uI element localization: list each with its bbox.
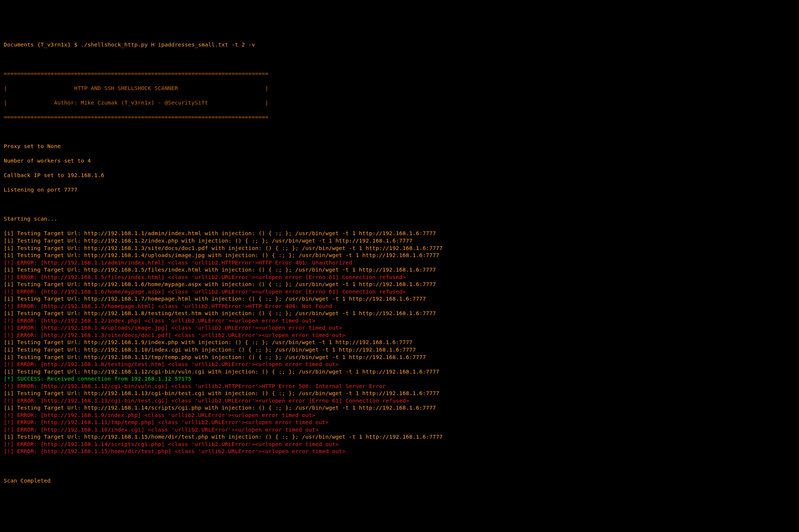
error-line: [!] ERROR: [http://192.168.1.9/index.php… bbox=[4, 411, 795, 419]
setup-line: Proxy set to None bbox=[4, 142, 795, 150]
info-line: [i] Testing Target Url: http://192.168.1… bbox=[4, 353, 795, 361]
info-line: [i] Testing Target Url: http://192.168.1… bbox=[4, 251, 795, 259]
info-line: [i] Testing Target Url: http://192.168.1… bbox=[4, 390, 795, 397]
blank-line bbox=[4, 462, 795, 469]
setup-line: Number of workers set to 4 bbox=[4, 157, 795, 164]
error-line: [!] ERROR: [http://192.168.1.8/testing/t… bbox=[4, 360, 795, 368]
info-line: [i] Testing Target Url: http://192.168.1… bbox=[4, 266, 795, 273]
setup-line: Listening on port 7777 bbox=[4, 186, 795, 193]
banner-sep: ========================================… bbox=[4, 113, 795, 121]
error-line: [!] ERROR: [http://192.168.1.12/cgi-bin/… bbox=[4, 382, 795, 390]
blank-line bbox=[4, 201, 795, 208]
banner-title: | HTTP AND SSH SHELLSHOCK SCANNER | bbox=[4, 84, 795, 92]
prompt-line: Documents {T_v3rn1x} $ ./shellshock_http… bbox=[4, 41, 795, 48]
info-line: [i] Testing Target Url: http://192.168.1… bbox=[4, 295, 795, 302]
info-line: [i] Testing Target Url: http://192.168.1… bbox=[4, 281, 795, 288]
error-line: [!] ERROR: [http://192.168.1.11/tmp/temp… bbox=[4, 419, 795, 426]
info-line: [i] Testing Target Url: http://192.168.1… bbox=[4, 237, 795, 244]
banner-sep: ========================================… bbox=[4, 70, 795, 77]
error-line: [!] ERROR: [http://192.168.1.4/uploads/i… bbox=[4, 324, 795, 331]
info-line: [i] Testing Target Url: http://192.168.1… bbox=[4, 230, 795, 237]
info-line: [i] Testing Target Url: http://192.168.1… bbox=[4, 433, 795, 440]
error-line: [!] ERROR: [http://192.168.1.13/cgi-bin/… bbox=[4, 397, 795, 404]
error-line: [!] ERROR: [http://192.168.1.14/scripts/… bbox=[4, 440, 795, 448]
banner-author: | Author: Mike Czumak (T_v3rn1x) - @Secu… bbox=[4, 99, 795, 106]
error-line: [!] ERROR: [http://192.168.1.7/homepage.… bbox=[4, 302, 795, 310]
error-line: [!] ERROR: [http://192.168.1.6/home/mypa… bbox=[4, 288, 795, 295]
info-line: [i] Testing Target Url: http://192.168.1… bbox=[4, 346, 795, 353]
error-line: [!] ERROR: [http://192.168.1.5/files/ind… bbox=[4, 273, 795, 281]
success-line: [*] SUCCESS: Received connection from 19… bbox=[4, 375, 795, 382]
error-line: [!] ERROR: [http://192.168.1.2/index.php… bbox=[4, 317, 795, 324]
error-line: [!] ERROR: [http://192.168.1.3/site/docs… bbox=[4, 331, 795, 339]
info-line: [i] Testing Target Url: http://192.168.1… bbox=[4, 368, 795, 375]
starting-line: Starting scan... bbox=[4, 215, 795, 222]
info-line: [i] Testing Target Url: http://192.168.1… bbox=[4, 310, 795, 317]
terminal-output: Documents {T_v3rn1x} $ ./shellshock_http… bbox=[4, 33, 795, 491]
error-line: [!] ERROR: [http://192.168.1.1/admin/ind… bbox=[4, 259, 795, 266]
error-line: [!] ERROR: [http://192.168.1.10/index.cg… bbox=[4, 426, 795, 433]
blank-line bbox=[4, 55, 795, 63]
scan-output: [i] Testing Target Url: http://192.168.1… bbox=[4, 230, 795, 455]
info-line: [i] Testing Target Url: http://192.168.1… bbox=[4, 404, 795, 411]
info-line: [i] Testing Target Url: http://192.168.1… bbox=[4, 339, 795, 346]
info-line: [i] Testing Target Url: http://192.168.1… bbox=[4, 244, 795, 252]
blank-line bbox=[4, 128, 795, 135]
setup-line: Callback IP set to 192.168.1.6 bbox=[4, 172, 795, 179]
completed-line: Scan Completed bbox=[4, 477, 795, 484]
error-line: [!] ERROR: [http://192.168.1.15/home/dir… bbox=[4, 448, 795, 455]
